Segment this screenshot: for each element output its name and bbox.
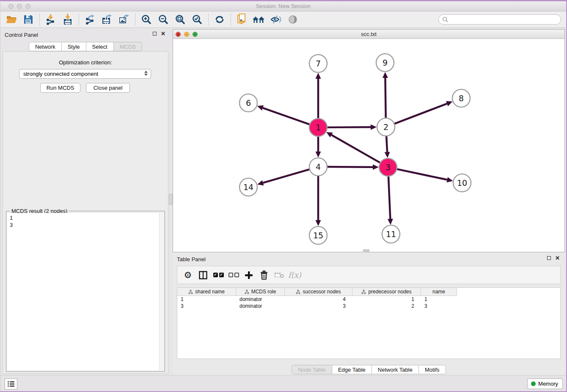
table-row[interactable]: 1dominator411 xyxy=(177,296,560,303)
refresh-layout-icon[interactable] xyxy=(212,13,227,26)
show-columns-icon[interactable] xyxy=(197,269,209,282)
result-scrollbar[interactable] xyxy=(159,213,164,370)
node-label: 4 xyxy=(316,162,321,171)
edge-2-9[interactable] xyxy=(385,78,385,119)
table-panel-title: Table Panel xyxy=(177,256,206,262)
cell-name[interactable]: 3 xyxy=(421,303,457,309)
graph-node-4[interactable]: 4 xyxy=(309,158,327,176)
close-table-panel-icon[interactable]: ✕ xyxy=(555,256,560,260)
graph-node-2[interactable]: 2 xyxy=(377,118,395,136)
node-label: 11 xyxy=(386,229,396,239)
tab-select[interactable]: Select xyxy=(86,42,114,51)
table-row[interactable]: 3dominator323 xyxy=(177,303,560,309)
graph-node-11[interactable]: 11 xyxy=(382,225,400,243)
unselect-all-columns-icon[interactable] xyxy=(227,269,240,282)
select-all-columns-icon[interactable]: ✔✔ xyxy=(212,269,225,282)
edge-3-11[interactable] xyxy=(388,176,391,219)
tab-style[interactable]: Style xyxy=(62,42,86,51)
cell-successor-nodes[interactable]: 4 xyxy=(285,296,352,303)
horizontal-splitter-handle[interactable] xyxy=(363,249,369,252)
graph-node-10[interactable]: 10 xyxy=(453,174,471,192)
tab-mcds[interactable]: MCDS xyxy=(114,42,142,51)
open-session-icon[interactable] xyxy=(4,13,19,26)
cell-shared-name[interactable]: 1 xyxy=(177,296,236,303)
new-network-from-selection-icon[interactable] xyxy=(235,13,249,26)
dropdown-stepper-icon xyxy=(144,71,148,76)
column-header-predecessor-nodes[interactable]: predecessor nodes xyxy=(352,288,421,296)
column-header-MCDS-role[interactable]: MCDS role xyxy=(236,288,285,296)
search-input[interactable] xyxy=(448,17,561,23)
node-label: 1 xyxy=(316,123,321,132)
mcds-result-text[interactable]: 1 3 xyxy=(7,213,159,370)
node-label: 2 xyxy=(383,122,388,132)
tab-edge-table[interactable]: Edge Table xyxy=(332,365,372,374)
dropdown-value: strongly connected component xyxy=(23,71,98,77)
close-panel-button[interactable]: Close panel xyxy=(86,83,130,93)
edge-1-6[interactable] xyxy=(263,108,310,124)
show-all-icon[interactable] xyxy=(286,13,300,26)
graph-node-14[interactable]: 14 xyxy=(239,178,257,196)
optimization-criterion-dropdown[interactable]: strongly connected component xyxy=(19,69,151,79)
graph-node-3[interactable]: 3 xyxy=(379,158,397,176)
import-table-icon[interactable] xyxy=(61,13,75,26)
float-table-panel-icon[interactable] xyxy=(547,256,551,260)
graph-node-7[interactable]: 7 xyxy=(309,55,327,72)
export-table-icon[interactable] xyxy=(100,13,114,26)
network-window-titlebar: ✕ − + scc.txt xyxy=(173,30,564,39)
memory-button[interactable]: Memory xyxy=(527,378,563,389)
tab-node-table[interactable]: Node Table xyxy=(292,365,332,374)
column-header-name[interactable]: name xyxy=(421,288,457,296)
zoom-selected-icon[interactable] xyxy=(190,13,204,26)
graph-node-6[interactable]: 6 xyxy=(239,94,257,112)
show-panels-list-button[interactable] xyxy=(5,378,17,389)
first-neighbors-icon[interactable] xyxy=(252,13,266,26)
delete-table-icon xyxy=(273,269,286,282)
edge-4-14[interactable] xyxy=(263,169,310,183)
tab-motifs[interactable]: Motifs xyxy=(419,365,446,374)
control-panel-title: Control Panel xyxy=(5,32,38,38)
delete-column-trash-icon[interactable] xyxy=(258,269,270,282)
cell-MCDS-role[interactable]: dominator xyxy=(236,303,285,309)
cell-name[interactable]: 1 xyxy=(421,296,457,303)
window-title: Session: New Session xyxy=(0,3,566,9)
cell-predecessor-nodes[interactable]: 1 xyxy=(352,296,421,303)
create-column-plus-icon[interactable] xyxy=(242,269,255,282)
graph-node-15[interactable]: 15 xyxy=(309,226,327,244)
tab-network[interactable]: Network xyxy=(29,42,62,51)
save-session-icon[interactable] xyxy=(21,13,36,26)
network-canvas[interactable]: 7968124314101511 xyxy=(173,39,564,252)
graph-node-1[interactable]: 1 xyxy=(309,119,327,136)
cell-MCDS-role[interactable]: dominator xyxy=(236,296,285,303)
cell-predecessor-nodes[interactable]: 2 xyxy=(352,303,421,309)
import-network-icon[interactable] xyxy=(44,13,58,26)
tab-network-table[interactable]: Network Table xyxy=(372,365,419,374)
edge-4-3[interactable] xyxy=(327,167,373,167)
edge-2-3[interactable] xyxy=(386,135,387,152)
run-mcds-button[interactable]: Run MCDS xyxy=(40,83,80,93)
export-network-icon[interactable] xyxy=(83,13,97,26)
table-settings-gear-icon[interactable]: ⚙ xyxy=(182,269,194,282)
search-box[interactable] xyxy=(438,14,561,25)
export-image-icon[interactable] xyxy=(117,13,131,26)
hide-selected-icon[interactable] xyxy=(269,13,283,26)
edge-arrowhead xyxy=(316,73,321,79)
column-header-shared-name[interactable]: shared name xyxy=(177,288,236,296)
graph-node-9[interactable]: 9 xyxy=(376,54,394,72)
graph-node-8[interactable]: 8 xyxy=(452,89,470,107)
node-table: shared nameMCDS rolesuccessor nodesprede… xyxy=(177,287,561,359)
edge-3-10[interactable] xyxy=(396,169,447,179)
zoom-out-icon[interactable] xyxy=(156,13,171,26)
vertical-splitter-handle[interactable] xyxy=(169,194,173,205)
node-label: 6 xyxy=(246,98,251,108)
edge-2-8[interactable] xyxy=(394,104,447,124)
edge-3-1[interactable] xyxy=(331,135,380,163)
float-panel-icon[interactable] xyxy=(153,32,157,36)
zoom-fit-icon[interactable] xyxy=(173,13,187,26)
cell-successor-nodes[interactable]: 3 xyxy=(285,303,352,309)
zoom-in-icon[interactable] xyxy=(139,13,154,26)
close-panel-icon[interactable]: ✕ xyxy=(161,32,165,36)
edge-1-2[interactable] xyxy=(327,127,371,127)
column-header-successor-nodes[interactable]: successor nodes xyxy=(285,288,352,296)
table-panel: Table Panel ✕ ⚙ ✔✔ xyxy=(173,253,565,376)
cell-shared-name[interactable]: 3 xyxy=(177,303,236,309)
